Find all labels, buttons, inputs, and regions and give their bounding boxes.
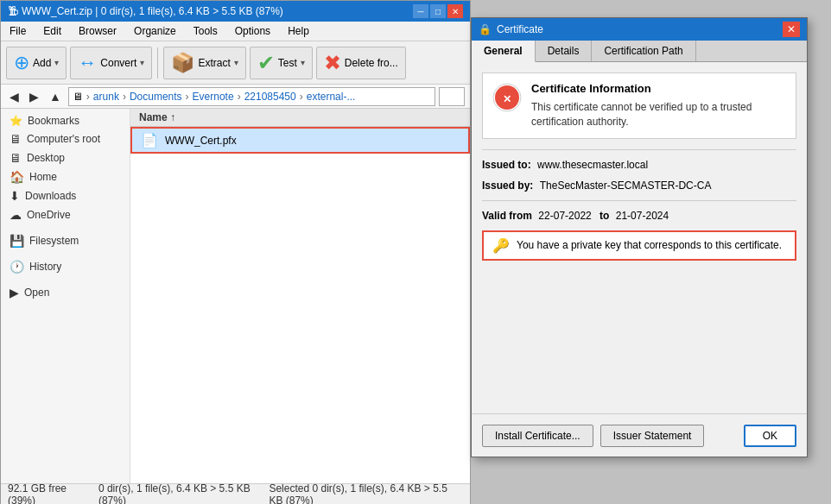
sidebar-bookmarks-header: ⭐ Bookmarks bbox=[1, 112, 130, 129]
breadcrumb-arunk[interactable]: arunk bbox=[93, 91, 119, 103]
cert-validity: Valid from 22-07-2022 to 21-07-2024 bbox=[482, 210, 796, 222]
cert-private-key-text: You have a private key that corresponds … bbox=[517, 239, 782, 251]
file-manager-zip-icon: 🗜 bbox=[8, 5, 18, 17]
cert-error-icon: ✕ bbox=[492, 82, 523, 113]
install-certificate-button[interactable]: Install Certificate... bbox=[482, 425, 593, 447]
add-icon: ⊕ bbox=[14, 52, 29, 74]
convert-label: Convert bbox=[100, 57, 136, 69]
certificate-dialog: 🔒 Certificate ✕ General Details Certific… bbox=[471, 17, 808, 457]
onedrive-icon: ☁ bbox=[10, 208, 22, 222]
main-area: ⭐ Bookmarks 🖥 Computer's root 🖥 Desktop … bbox=[1, 109, 470, 483]
key-icon: 🔑 bbox=[492, 237, 510, 254]
test-icon: ✔ bbox=[257, 51, 275, 75]
open-icon: ▶ bbox=[10, 286, 19, 299]
cert-issued-by: Issued by: TheSecMaster-SECMASTER-DC-CA bbox=[482, 180, 796, 192]
table-row[interactable]: 📄 WWW_Cert.pfx bbox=[130, 127, 470, 154]
test-button[interactable]: ✔ Test ▾ bbox=[250, 47, 313, 79]
minimize-button[interactable]: ─ bbox=[413, 4, 428, 18]
cert-valid-from-label: Valid from bbox=[482, 210, 532, 222]
convert-button[interactable]: ↔ Convert ▾ bbox=[70, 47, 152, 79]
svg-text:✕: ✕ bbox=[503, 93, 511, 105]
breadcrumb-external[interactable]: external-... bbox=[307, 91, 356, 103]
cert-issued-by-value: TheSecMaster-SECMASTER-DC-CA bbox=[540, 180, 712, 192]
status-disk: 92.1 GB free (39%) bbox=[8, 482, 85, 505]
cert-close-button[interactable]: ✕ bbox=[783, 22, 800, 37]
downloads-icon: ⬇ bbox=[10, 189, 20, 203]
issuer-statement-button[interactable]: Issuer Statement bbox=[600, 425, 705, 447]
breadcrumb-221085450[interactable]: 221085450 bbox=[244, 91, 296, 103]
delete-label: Delete fro... bbox=[345, 57, 398, 69]
cert-divider-1 bbox=[482, 149, 796, 150]
filesystem-icon: 💾 bbox=[10, 234, 24, 248]
tab-certification-path[interactable]: Certification Path bbox=[592, 41, 695, 61]
breadcrumb-evernote[interactable]: Evernote bbox=[193, 91, 234, 103]
menu-help[interactable]: Help bbox=[282, 23, 314, 39]
sidebar-item-open[interactable]: ▶ Open bbox=[1, 283, 130, 302]
delete-icon: ✖ bbox=[324, 51, 341, 75]
bookmarks-icon: ⭐ bbox=[10, 115, 22, 127]
sidebar-item-filesystem[interactable]: 💾 Filesystem bbox=[1, 231, 130, 250]
cert-issued-to: Issued to: www.thesecmaster.local bbox=[482, 159, 796, 171]
sidebar-item-desktop[interactable]: 🖥 Desktop bbox=[1, 148, 130, 167]
menu-file[interactable]: File bbox=[4, 23, 31, 39]
convert-arrow-icon: ▾ bbox=[140, 58, 144, 67]
cert-content: ✕ Certificate Information This certifica… bbox=[472, 62, 807, 411]
delete-button[interactable]: ✖ Delete fro... bbox=[316, 47, 406, 79]
menu-options[interactable]: Options bbox=[230, 23, 276, 39]
cert-action-buttons: Install Certificate... Issuer Statement bbox=[482, 425, 704, 447]
sidebar-item-home[interactable]: 🏠 Home bbox=[1, 167, 130, 186]
file-list-header[interactable]: Name ↑ bbox=[130, 109, 470, 127]
menu-tools[interactable]: Tools bbox=[188, 23, 223, 39]
cert-info-text: This certificate cannot be verified up t… bbox=[531, 100, 787, 129]
sidebar-item-downloads[interactable]: ⬇ Downloads bbox=[1, 186, 130, 205]
ok-button[interactable]: OK bbox=[744, 425, 796, 447]
cert-info-title: Certificate Information bbox=[531, 82, 787, 95]
test-label: Test bbox=[278, 57, 297, 69]
tab-details[interactable]: Details bbox=[536, 41, 593, 61]
menu-browser[interactable]: Browser bbox=[73, 23, 122, 39]
sidebar: ⭐ Bookmarks 🖥 Computer's root 🖥 Desktop … bbox=[1, 109, 130, 483]
extract-arrow-icon: ▾ bbox=[234, 58, 238, 67]
file-manager-title-bar: 🗜 WWW_Cert.zip | 0 dir(s), 1 file(s), 6.… bbox=[1, 1, 470, 22]
forward-button[interactable]: ▶ bbox=[26, 88, 42, 105]
cert-issued-by-label: Issued by: bbox=[482, 180, 533, 192]
cert-valid-to-label: to bbox=[599, 210, 609, 222]
sidebar-item-onedrive[interactable]: ☁ OneDrive bbox=[1, 205, 130, 224]
file-list: Name ↑ 📄 WWW_Cert.pfx bbox=[130, 109, 470, 483]
extract-label: Extract bbox=[198, 57, 230, 69]
back-button[interactable]: ◀ bbox=[6, 88, 22, 105]
cert-tabs: General Details Certification Path bbox=[472, 41, 807, 62]
menu-organize[interactable]: Organize bbox=[129, 23, 181, 39]
add-button[interactable]: ⊕ Add ▾ bbox=[6, 47, 67, 79]
maximize-button[interactable]: □ bbox=[430, 4, 446, 18]
cert-private-key-box: 🔑 You have a private key that correspond… bbox=[482, 230, 796, 261]
home-icon: 🏠 bbox=[10, 170, 24, 184]
close-button[interactable]: ✕ bbox=[447, 4, 463, 18]
file-manager-title: WWW_Cert.zip | 0 dir(s), 1 file(s), 6.4 … bbox=[22, 5, 283, 17]
cert-info-box: ✕ Certificate Information This certifica… bbox=[482, 72, 796, 139]
sidebar-item-history[interactable]: 🕐 History bbox=[1, 257, 130, 276]
cert-valid-to-value: 21-07-2024 bbox=[616, 210, 669, 222]
sidebar-item-computers-root[interactable]: 🖥 Computer's root bbox=[1, 129, 130, 148]
desktop-icon: 🖥 bbox=[10, 151, 22, 165]
convert-icon: ↔ bbox=[78, 52, 97, 74]
search-input[interactable] bbox=[439, 87, 465, 106]
breadcrumb-documents[interactable]: Documents bbox=[130, 91, 182, 103]
menu-bar: File Edit Browser Organize Tools Options… bbox=[1, 22, 470, 41]
cert-dialog-icon: 🔒 bbox=[479, 23, 492, 35]
add-arrow-icon: ▾ bbox=[54, 58, 59, 67]
add-label: Add bbox=[33, 57, 51, 69]
tab-general[interactable]: General bbox=[472, 41, 536, 62]
cert-title-bar: 🔒 Certificate ✕ bbox=[472, 18, 807, 41]
toolbar: ⊕ Add ▾ ↔ Convert ▾ 📦 Extract ▾ ✔ Test ▾… bbox=[1, 41, 470, 85]
status-bar: 92.1 GB free (39%) 0 dir(s), 1 file(s), … bbox=[1, 483, 470, 504]
file-icon: 📄 bbox=[141, 132, 158, 148]
menu-edit[interactable]: Edit bbox=[38, 23, 67, 39]
up-button[interactable]: ▲ bbox=[46, 88, 65, 105]
cert-issued-to-label: Issued to: bbox=[482, 159, 531, 171]
extract-button[interactable]: 📦 Extract ▾ bbox=[163, 47, 245, 79]
status-selected: Selected 0 dir(s), 1 file(s), 6.4 KB > 5… bbox=[269, 482, 463, 505]
title-bar-controls: ─ □ ✕ bbox=[413, 4, 463, 18]
toolbar-sep-1 bbox=[157, 47, 158, 79]
breadcrumb-computer-icon: 🖥 bbox=[73, 91, 83, 103]
